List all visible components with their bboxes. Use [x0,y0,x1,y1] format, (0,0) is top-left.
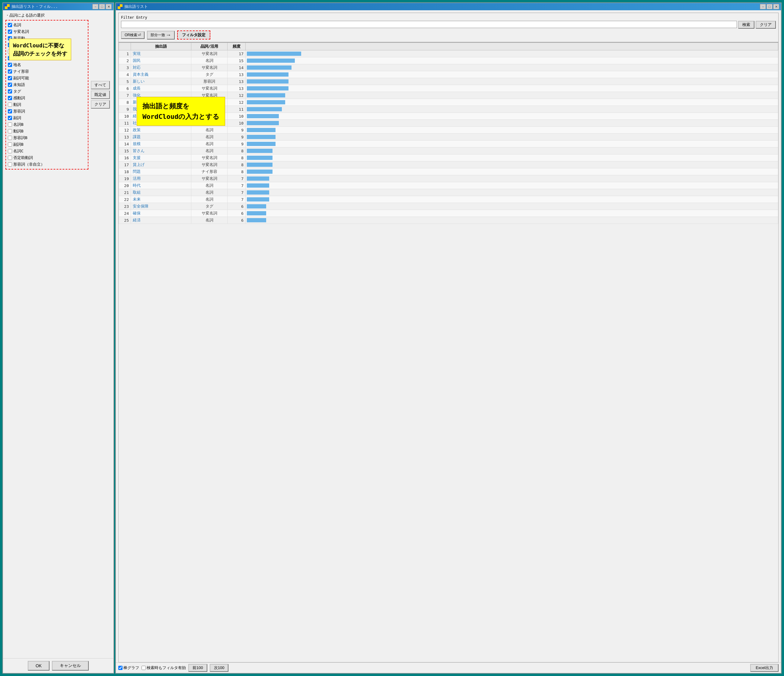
table-row[interactable]: 17 賃上げ サ変名詞 8 [119,162,778,168]
table-row[interactable]: 1 実現 サ変名詞 17 [119,50,778,57]
checkbox-nai[interactable] [8,69,12,74]
checkbox-row-advb: 副詞B [8,142,86,147]
cell-word[interactable]: 成長 [131,85,191,92]
table-row[interactable]: 20 時代 名詞 7 [119,182,778,189]
table-row[interactable]: 5 新しい 形容詞 13 [119,78,778,85]
bar-indicator [247,163,272,167]
cell-word[interactable]: 活用 [131,175,191,182]
cell-num: 14 [119,141,131,148]
checkbox-chimei[interactable] [8,63,12,67]
table-row[interactable]: 19 活用 サ変名詞 7 [119,175,778,182]
cell-word[interactable]: 支援 [131,154,191,162]
checkbox-doushi[interactable] [8,103,12,107]
checkbox-kando[interactable] [8,96,12,100]
restore-button[interactable]: □ [99,4,105,9]
cell-word[interactable]: 資本主義 [131,71,191,78]
table-row[interactable]: 25 経済 名詞 6 [119,217,778,224]
default-button[interactable]: 既定値 [91,90,110,99]
cell-word[interactable]: 取組 [131,189,191,196]
cell-word[interactable]: 政策 [131,127,191,134]
cell-word[interactable]: 問題 [131,168,191,175]
bar-indicator [247,197,269,202]
checkbox-sav[interactable] [8,30,12,34]
table-row[interactable]: 2 国民 名詞 15 [119,57,778,64]
label-fukushi: 副詞可能 [13,75,29,81]
cell-word[interactable]: 対応 [131,64,191,71]
table-row[interactable]: 24 確保 サ変名詞 6 [119,210,778,217]
cell-word[interactable]: 規模 [131,141,191,148]
cell-word[interactable]: 賃上げ [131,162,191,168]
cell-word[interactable]: 国民 [131,57,191,64]
cell-bar [246,57,778,64]
cell-freq: 9 [227,134,246,141]
bar-graph-checkbox[interactable] [118,666,123,670]
table-row[interactable]: 21 取組 名詞 7 [119,189,778,196]
cell-word[interactable]: 課題 [131,134,191,141]
filter-settings-button[interactable]: フィルタ設定 [177,31,210,39]
right-minimize-button[interactable]: － [760,4,766,9]
checkbox-fukushi[interactable] [8,76,12,80]
right-close-button[interactable]: ✕ [773,4,779,9]
checkbox-nounb[interactable] [8,123,12,127]
excel-output-button[interactable]: Excel出力 [750,664,779,672]
cell-word[interactable]: 経済 [131,217,191,224]
cell-bar [246,182,778,189]
table-scroll[interactable]: 抽出語 品詞/活用 頻度 1 実現 サ変名詞 17 2 国民 名詞 15 3 対… [118,42,778,662]
partial-match-button[interactable]: 部分一致 → [147,31,175,39]
table-row[interactable]: 3 対応 サ変名詞 14 [119,64,778,71]
table-row[interactable]: 12 政策 名詞 9 [119,127,778,134]
filter-on-search-checkbox[interactable] [142,666,146,670]
app-icon [5,4,10,9]
clear-filter-button[interactable]: クリア [756,21,776,29]
table-row[interactable]: 16 支援 サ変名詞 8 [119,154,778,162]
checkbox-advb[interactable] [8,142,12,147]
checkbox-keiyoushi[interactable] [8,109,12,113]
prev100-button[interactable]: 前100 [188,664,207,672]
checkbox-tag[interactable] [8,89,12,93]
cell-freq: 6 [227,203,246,210]
cell-freq: 10 [227,113,246,120]
cell-freq: 11 [227,106,246,113]
cell-word[interactable]: 安全保障 [131,203,191,210]
clear-button[interactable]: クリア [91,100,110,109]
minimize-button[interactable]: － [92,4,98,9]
table-row[interactable]: 4 資本主義 タグ 13 [119,71,778,78]
cell-word[interactable]: 確保 [131,210,191,217]
filter-input[interactable] [121,21,737,28]
or-search-button[interactable]: OR検索 ⏎ [121,31,145,39]
right-restore-button[interactable]: □ [767,4,773,9]
checkbox-verbb[interactable] [8,129,12,133]
table-row[interactable]: 14 規模 名詞 9 [119,141,778,148]
bar-indicator [247,93,285,98]
checkbox-hitei[interactable] [8,155,12,160]
search-button[interactable]: 検索 [738,21,754,29]
next100-button[interactable]: 次100 [210,664,229,672]
all-button[interactable]: すべて [91,81,110,89]
app-icon-right [118,4,123,9]
table-row[interactable]: 23 安全保障 タグ 6 [119,203,778,210]
bar-indicator [247,79,288,84]
table-row[interactable]: 13 課題 名詞 9 [119,134,778,141]
ok-button[interactable]: OK [28,661,50,671]
checkbox-adjb[interactable] [8,136,12,140]
checkbox-row-keiyoushi: 形容詞 [8,109,86,114]
table-row[interactable]: 22 未来 名詞 7 [119,196,778,203]
checkbox-noun[interactable] [8,23,12,27]
checkbox-fukujyo[interactable] [8,116,12,120]
cell-word[interactable]: 未来 [131,196,191,203]
cell-word[interactable]: 時代 [131,182,191,189]
cell-type: サ変名詞 [191,210,227,217]
label-adjns: 形容詞（非自立） [13,162,45,167]
cell-word[interactable]: 皆さん [131,148,191,154]
checkbox-michi[interactable] [8,82,12,87]
table-row[interactable]: 18 問題 ナイ形容 8 [119,168,778,175]
cell-word[interactable]: 新しい [131,78,191,85]
checkbox-nounc[interactable] [8,149,12,153]
close-button[interactable]: ✕ [106,4,112,9]
svg-rect-7 [120,7,123,9]
table-row[interactable]: 6 成長 サ変名詞 13 [119,85,778,92]
table-row[interactable]: 15 皆さん 名詞 8 [119,148,778,154]
checkbox-adjns[interactable] [8,162,12,166]
cancel-button[interactable]: キャンセル [52,661,89,671]
cell-word[interactable]: 実現 [131,50,191,57]
